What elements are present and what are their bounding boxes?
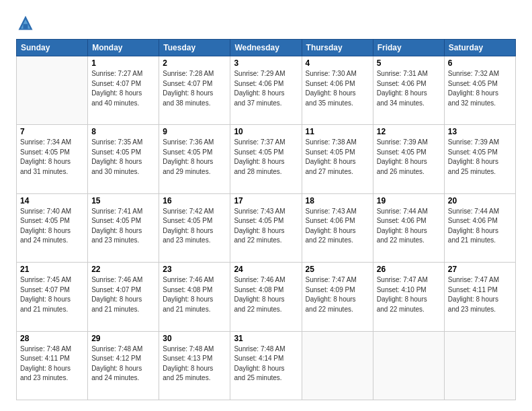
- logo: [16, 13, 38, 32]
- day-number: 2: [163, 58, 226, 68]
- day-cell: 25Sunrise: 7:47 AM Sunset: 4:09 PM Dayli…: [302, 263, 373, 331]
- day-number: 1: [91, 58, 155, 68]
- weekday-saturday: Saturday: [444, 40, 515, 56]
- day-info: Sunrise: 7:41 AM Sunset: 4:05 PM Dayligh…: [91, 207, 155, 246]
- day-number: 31: [234, 334, 298, 343]
- day-cell: 29Sunrise: 7:48 AM Sunset: 4:12 PM Dayli…: [88, 331, 159, 400]
- day-number: 26: [377, 265, 441, 274]
- day-cell: [302, 331, 373, 400]
- day-cell: 14Sunrise: 7:40 AM Sunset: 4:05 PM Dayli…: [17, 193, 88, 262]
- day-cell: 10Sunrise: 7:37 AM Sunset: 4:05 PM Dayli…: [230, 125, 302, 193]
- day-number: 5: [377, 58, 441, 68]
- day-number: 30: [163, 334, 226, 343]
- day-number: 21: [20, 265, 84, 274]
- day-info: Sunrise: 7:46 AM Sunset: 4:08 PM Dayligh…: [234, 275, 298, 314]
- day-cell: 31Sunrise: 7:48 AM Sunset: 4:14 PM Dayli…: [230, 331, 302, 400]
- week-row-1: 1Sunrise: 7:27 AM Sunset: 4:07 PM Daylig…: [17, 56, 516, 125]
- day-info: Sunrise: 7:39 AM Sunset: 4:05 PM Dayligh…: [448, 138, 512, 177]
- day-cell: 8Sunrise: 7:35 AM Sunset: 4:05 PM Daylig…: [88, 125, 159, 193]
- day-info: Sunrise: 7:27 AM Sunset: 4:07 PM Dayligh…: [91, 69, 155, 108]
- day-number: 18: [306, 196, 369, 205]
- day-cell: 13Sunrise: 7:39 AM Sunset: 4:05 PM Dayli…: [444, 125, 515, 193]
- header: [16, 13, 516, 32]
- day-info: Sunrise: 7:44 AM Sunset: 4:06 PM Dayligh…: [448, 207, 512, 246]
- day-cell: 4Sunrise: 7:30 AM Sunset: 4:06 PM Daylig…: [302, 56, 373, 125]
- day-cell: 22Sunrise: 7:46 AM Sunset: 4:07 PM Dayli…: [88, 263, 159, 331]
- page: SundayMondayTuesdayWednesdayThursdayFrid…: [0, 0, 532, 411]
- day-info: Sunrise: 7:39 AM Sunset: 4:05 PM Dayligh…: [377, 138, 441, 177]
- day-cell: [444, 331, 515, 400]
- day-info: Sunrise: 7:48 AM Sunset: 4:11 PM Dayligh…: [20, 345, 84, 383]
- day-number: 9: [163, 127, 226, 136]
- logo-icon: [16, 13, 35, 32]
- day-cell: 21Sunrise: 7:45 AM Sunset: 4:07 PM Dayli…: [17, 263, 88, 331]
- day-cell: 1Sunrise: 7:27 AM Sunset: 4:07 PM Daylig…: [88, 56, 159, 125]
- day-info: Sunrise: 7:47 AM Sunset: 4:11 PM Dayligh…: [448, 275, 512, 314]
- day-info: Sunrise: 7:44 AM Sunset: 4:06 PM Dayligh…: [377, 207, 441, 246]
- week-row-2: 7Sunrise: 7:34 AM Sunset: 4:05 PM Daylig…: [17, 125, 516, 193]
- svg-rect-2: [24, 24, 28, 29]
- day-number: 24: [234, 265, 298, 274]
- day-info: Sunrise: 7:37 AM Sunset: 4:05 PM Dayligh…: [234, 138, 298, 177]
- day-number: 14: [20, 196, 84, 205]
- day-cell: 17Sunrise: 7:43 AM Sunset: 4:05 PM Dayli…: [230, 193, 302, 262]
- day-number: 6: [448, 58, 512, 68]
- day-info: Sunrise: 7:43 AM Sunset: 4:06 PM Dayligh…: [306, 207, 369, 246]
- day-info: Sunrise: 7:34 AM Sunset: 4:05 PM Dayligh…: [20, 138, 84, 177]
- calendar: SundayMondayTuesdayWednesdayThursdayFrid…: [16, 39, 516, 400]
- day-info: Sunrise: 7:30 AM Sunset: 4:06 PM Dayligh…: [306, 69, 369, 108]
- day-info: Sunrise: 7:43 AM Sunset: 4:05 PM Dayligh…: [234, 207, 298, 246]
- day-number: 3: [234, 58, 298, 68]
- day-cell: 23Sunrise: 7:46 AM Sunset: 4:08 PM Dayli…: [159, 263, 230, 331]
- day-info: Sunrise: 7:46 AM Sunset: 4:08 PM Dayligh…: [163, 275, 226, 314]
- day-cell: 9Sunrise: 7:36 AM Sunset: 4:05 PM Daylig…: [159, 125, 230, 193]
- day-cell: 19Sunrise: 7:44 AM Sunset: 4:06 PM Dayli…: [373, 193, 444, 262]
- day-number: 23: [163, 265, 226, 274]
- day-number: 19: [377, 196, 441, 205]
- day-cell: 27Sunrise: 7:47 AM Sunset: 4:11 PM Dayli…: [444, 263, 515, 331]
- weekday-wednesday: Wednesday: [230, 40, 302, 56]
- day-cell: 18Sunrise: 7:43 AM Sunset: 4:06 PM Dayli…: [302, 193, 373, 262]
- day-cell: 5Sunrise: 7:31 AM Sunset: 4:06 PM Daylig…: [373, 56, 444, 125]
- day-cell: 3Sunrise: 7:29 AM Sunset: 4:06 PM Daylig…: [230, 56, 302, 125]
- day-number: 4: [306, 58, 369, 68]
- day-cell: 2Sunrise: 7:28 AM Sunset: 4:07 PM Daylig…: [159, 56, 230, 125]
- day-info: Sunrise: 7:47 AM Sunset: 4:09 PM Dayligh…: [306, 275, 369, 314]
- day-number: 13: [448, 127, 512, 136]
- weekday-monday: Monday: [88, 40, 159, 56]
- day-number: 10: [234, 127, 298, 136]
- day-number: 25: [306, 265, 369, 274]
- day-cell: 30Sunrise: 7:48 AM Sunset: 4:13 PM Dayli…: [159, 331, 230, 400]
- day-info: Sunrise: 7:40 AM Sunset: 4:05 PM Dayligh…: [20, 207, 84, 246]
- day-number: 27: [448, 265, 512, 274]
- day-info: Sunrise: 7:31 AM Sunset: 4:06 PM Dayligh…: [377, 69, 441, 108]
- weekday-tuesday: Tuesday: [159, 40, 230, 56]
- day-number: 15: [91, 196, 155, 205]
- day-info: Sunrise: 7:48 AM Sunset: 4:12 PM Dayligh…: [91, 345, 155, 383]
- day-info: Sunrise: 7:29 AM Sunset: 4:06 PM Dayligh…: [234, 69, 298, 108]
- day-info: Sunrise: 7:42 AM Sunset: 4:05 PM Dayligh…: [163, 207, 226, 246]
- day-number: 16: [163, 196, 226, 205]
- weekday-sunday: Sunday: [17, 40, 88, 56]
- day-number: 7: [20, 127, 84, 136]
- day-info: Sunrise: 7:32 AM Sunset: 4:05 PM Dayligh…: [448, 69, 512, 108]
- day-cell: 20Sunrise: 7:44 AM Sunset: 4:06 PM Dayli…: [444, 193, 515, 262]
- day-number: 22: [91, 265, 155, 274]
- day-cell: 15Sunrise: 7:41 AM Sunset: 4:05 PM Dayli…: [88, 193, 159, 262]
- day-number: 29: [91, 334, 155, 343]
- day-number: 12: [377, 127, 441, 136]
- week-row-5: 28Sunrise: 7:48 AM Sunset: 4:11 PM Dayli…: [17, 331, 516, 400]
- weekday-friday: Friday: [373, 40, 444, 56]
- weekday-header-row: SundayMondayTuesdayWednesdayThursdayFrid…: [17, 40, 516, 56]
- day-cell: 26Sunrise: 7:47 AM Sunset: 4:10 PM Dayli…: [373, 263, 444, 331]
- day-number: 11: [306, 127, 369, 136]
- day-info: Sunrise: 7:38 AM Sunset: 4:05 PM Dayligh…: [306, 138, 369, 177]
- day-number: 8: [91, 127, 155, 136]
- day-info: Sunrise: 7:46 AM Sunset: 4:07 PM Dayligh…: [91, 275, 155, 314]
- day-number: 17: [234, 196, 298, 205]
- day-number: 20: [448, 196, 512, 205]
- week-row-3: 14Sunrise: 7:40 AM Sunset: 4:05 PM Dayli…: [17, 193, 516, 262]
- day-number: 28: [20, 334, 84, 343]
- day-info: Sunrise: 7:36 AM Sunset: 4:05 PM Dayligh…: [163, 138, 226, 177]
- day-info: Sunrise: 7:48 AM Sunset: 4:14 PM Dayligh…: [234, 345, 298, 383]
